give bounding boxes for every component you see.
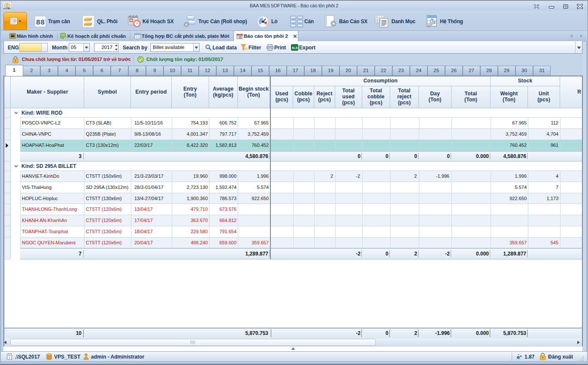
svg-text:XLS: XLS [292,46,298,49]
svg-text:88: 88 [36,18,45,27]
